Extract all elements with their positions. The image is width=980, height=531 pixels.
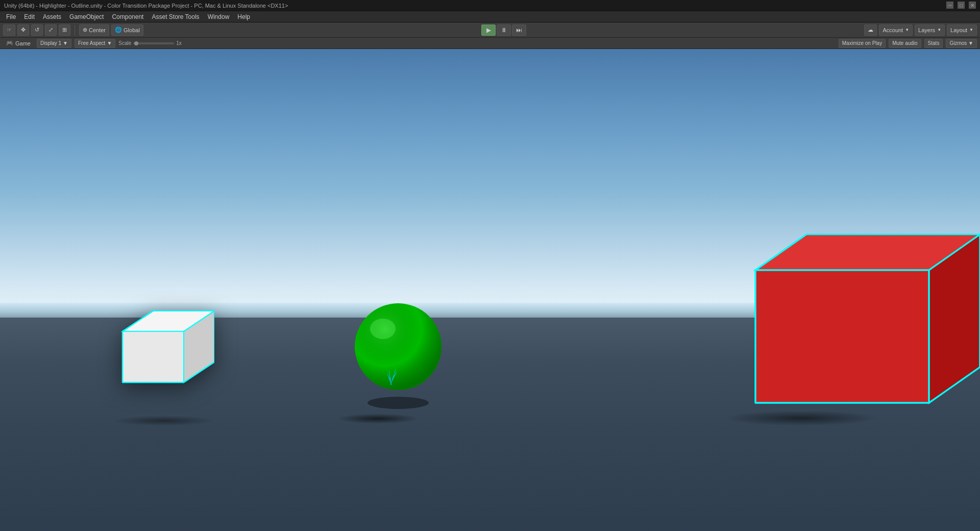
- account-dropdown[interactable]: Account ▼: [879, 25, 913, 36]
- rotate-icon: ↺: [35, 27, 39, 33]
- scale-tool[interactable]: ⤢: [45, 25, 57, 36]
- layout-label: Layout: [950, 27, 967, 33]
- menu-gameobject[interactable]: GameObject: [65, 12, 108, 21]
- layers-dropdown[interactable]: Layers ▼: [915, 25, 945, 36]
- svg-point-14: [355, 303, 442, 390]
- game-tab-label: Game: [15, 40, 31, 46]
- game-right-toolbar: Maximize on Play Mute audio Stats Gizmos…: [839, 39, 977, 48]
- scale-slider[interactable]: [133, 42, 174, 44]
- svg-marker-0: [122, 331, 184, 382]
- white-cube[interactable]: [112, 291, 214, 394]
- play-controls: ▶ ⏸ ⏭: [481, 25, 526, 36]
- game-viewport: [0, 49, 980, 531]
- menu-assets[interactable]: Assets: [39, 12, 65, 21]
- mute-label: Mute audio: [892, 40, 917, 46]
- maximize-label: Maximize on Play: [842, 40, 882, 46]
- aspect-label: Free Aspect: [78, 40, 105, 46]
- step-button[interactable]: ⏭: [512, 25, 526, 36]
- global-label: Global: [124, 27, 140, 33]
- hand-icon: ☞: [7, 27, 12, 33]
- rotate-tool[interactable]: ↺: [31, 25, 43, 36]
- center-pivot-toggle[interactable]: ⊕ Center: [79, 25, 109, 36]
- gizmos-label: Gizmos: [949, 40, 967, 46]
- account-arrow-icon: ▼: [905, 28, 909, 32]
- window-title: Unity (64bit) - Highlighter - Outline.un…: [4, 3, 976, 9]
- green-sphere-svg: [347, 296, 449, 413]
- scale-icon: ⤢: [48, 27, 53, 33]
- gizmos-arrow-icon: ▼: [968, 40, 973, 46]
- game-tab-icon: 🎮: [6, 40, 13, 46]
- display-label: Display 1: [40, 40, 61, 46]
- maximize-on-play-button[interactable]: Maximize on Play: [839, 39, 886, 48]
- display-arrow-icon: ▼: [63, 40, 68, 46]
- svg-point-11: [368, 397, 429, 409]
- move-tool[interactable]: ✥: [17, 25, 29, 36]
- pause-button[interactable]: ⏸: [497, 25, 511, 36]
- aspect-arrow-icon: ▼: [107, 40, 112, 46]
- play-button[interactable]: ▶: [481, 25, 496, 36]
- rect-tool[interactable]: ⊞: [59, 25, 70, 36]
- layers-arrow-icon: ▼: [937, 28, 941, 32]
- hand-tool[interactable]: ☞: [3, 25, 15, 36]
- account-label: Account: [883, 27, 903, 33]
- close-button[interactable]: ✕: [969, 2, 976, 9]
- minimize-button[interactable]: ─: [946, 2, 953, 9]
- window-controls: ─ □ ✕: [946, 2, 976, 9]
- scale-value: 1x: [176, 40, 182, 46]
- mute-audio-button[interactable]: Mute audio: [889, 39, 921, 48]
- white-cube-svg: [112, 291, 214, 393]
- stats-label: Stats: [928, 40, 940, 46]
- white-cube-shadow: [112, 416, 214, 426]
- center-label: Center: [89, 27, 106, 33]
- layout-dropdown[interactable]: Layout ▼: [947, 25, 977, 36]
- menu-help[interactable]: Help: [233, 12, 254, 21]
- center-icon: ⊕: [83, 27, 87, 33]
- right-toolbar: ☁ Account ▼ Layers ▼ Layout ▼: [864, 25, 977, 36]
- display-dropdown[interactable]: Display 1 ▼: [37, 39, 71, 48]
- game-toolbar: 🎮 Game Display 1 ▼ Free Aspect ▼ Scale 1…: [0, 38, 980, 49]
- separator-1: [75, 25, 75, 35]
- gizmos-dropdown[interactable]: Gizmos ▼: [946, 39, 977, 48]
- game-tab[interactable]: 🎮 Game: [3, 39, 34, 47]
- layers-label: Layers: [918, 27, 935, 33]
- menu-asset-store-tools[interactable]: Asset Store Tools: [148, 12, 203, 21]
- scale-slider-thumb: [134, 41, 138, 45]
- menu-bar: File Edit Assets GameObject Component As…: [0, 11, 980, 22]
- global-local-toggle[interactable]: 🌐 Global: [111, 25, 143, 36]
- layout-arrow-icon: ▼: [969, 28, 973, 32]
- svg-marker-18: [755, 270, 929, 403]
- scale-label: Scale: [118, 40, 131, 46]
- title-bar: Unity (64bit) - Highlighter - Outline.un…: [0, 0, 980, 11]
- sphere-shadow: [337, 414, 419, 424]
- stats-button[interactable]: Stats: [924, 39, 943, 48]
- menu-file[interactable]: File: [2, 12, 20, 21]
- rect-icon: ⊞: [62, 27, 67, 33]
- red-cube[interactable]: [725, 219, 980, 425]
- cloud-icon: ☁: [868, 27, 873, 33]
- maximize-button[interactable]: □: [958, 2, 965, 9]
- menu-component[interactable]: Component: [108, 12, 148, 21]
- scale-control: Scale 1x: [118, 40, 182, 46]
- aspect-ratio-dropdown[interactable]: Free Aspect ▼: [75, 39, 115, 48]
- main-toolbar: ☞ ✥ ↺ ⤢ ⊞ ⊕ Center 🌐 Global ▶ ⏸ ⏭ ☁ Acco…: [0, 22, 980, 38]
- menu-edit[interactable]: Edit: [20, 12, 39, 21]
- red-cube-svg: [725, 219, 980, 423]
- global-icon: 🌐: [115, 27, 122, 33]
- cloud-button[interactable]: ☁: [864, 25, 877, 36]
- green-sphere[interactable]: [347, 296, 449, 415]
- menu-window[interactable]: Window: [204, 12, 234, 21]
- move-icon: ✥: [21, 27, 26, 33]
